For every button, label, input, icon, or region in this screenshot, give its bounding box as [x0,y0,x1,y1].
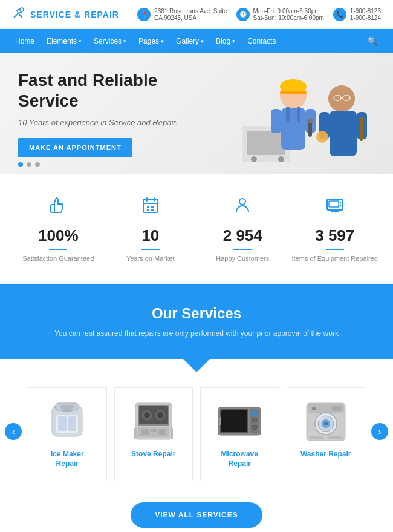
svg-rect-56 [150,429,157,432]
svg-rect-29 [151,206,154,208]
svg-point-38 [339,205,341,207]
hero-content: Fast and Reliable Service 10 Years of ex… [18,70,212,157]
phone-line1: 1-900-8123 [350,8,381,15]
svg-rect-36 [329,201,339,207]
svg-point-65 [252,418,257,422]
search-icon[interactable]: 🔍 [362,29,384,53]
svg-point-70 [312,407,316,410]
svg-point-50 [144,412,150,418]
svg-rect-13 [286,107,290,122]
appointment-button[interactable]: MAKE AN APPOINTMENT [18,138,132,157]
chevron-down-icon: ▾ [232,38,235,44]
hero-dots [18,162,40,167]
header-contacts: 📍 2381 Rosecrans Ave. Suite CA 90245, US… [137,8,381,21]
chevron-down-icon: ▾ [123,38,126,44]
hero-subtitle: 10 Years of experience in Service and Re… [18,118,212,127]
stat-label-customers: Happy Customers [197,255,289,262]
hero-dot-3[interactable] [35,162,40,167]
hero-dot-2[interactable] [27,162,31,167]
svg-rect-24 [143,199,158,212]
hero-image [206,53,393,174]
address-line2: CA 90245, USA [154,15,227,21]
chevron-down-icon: ▾ [201,38,204,44]
stat-number-equipment: 3 597 [289,226,382,245]
stat-satisfaction: 100% Satisfaction Guaranteed [12,195,105,262]
logo-text: SERVICE & REPAIR [30,10,119,19]
stat-number-customers: 2 954 [197,226,289,245]
calendar-icon [105,195,197,219]
svg-rect-16 [330,111,357,156]
services-arrow-divider [0,359,393,372]
svg-rect-22 [360,117,363,141]
hours-weekend: Sat-Sun: 10:00am-6:00pm [253,15,324,21]
chevron-down-icon: ▾ [79,38,82,44]
nav-item-blog[interactable]: Blog ▾ [210,30,241,53]
svg-rect-55 [158,429,166,435]
nav-item-gallery[interactable]: Gallery ▾ [170,30,210,53]
svg-point-4 [278,156,284,162]
svg-rect-6 [281,108,305,150]
services-title: Our Services [12,305,381,322]
service-card-washer[interactable]: Washer Repair [287,387,366,481]
svg-rect-72 [332,406,342,411]
svg-point-23 [316,131,328,143]
svg-rect-78 [309,436,323,439]
nav-item-contacts[interactable]: Contacts [241,30,282,53]
service-cards-section: ‹ Ice MakerRepair [0,372,393,490]
location-icon: 📍 [137,8,151,21]
person-icon [197,195,289,219]
service-card-stove[interactable]: Stove Repair [114,387,193,481]
nav-item-pages[interactable]: Pages ▾ [132,30,170,53]
washer-name: Washer Repair [293,450,359,459]
svg-point-66 [252,425,257,430]
svg-rect-54 [141,429,149,435]
contact-hours: 🕐 Mon-Fri: 9:00am-6:30pm Sat-Sun: 10:00a… [236,8,324,21]
main-nav: Home Elements ▾ Services ▾ Pages ▾ Galle… [0,29,393,53]
logo-icon [12,6,25,22]
stat-years: 10 Years on Market [105,195,197,262]
hero-dot-1[interactable] [18,162,23,167]
contact-address: 📍 2381 Rosecrans Ave. Suite CA 90245, US… [137,8,227,21]
stat-divider-equipment [326,249,344,250]
stat-divider-years [141,249,160,250]
svg-rect-64 [252,411,258,416]
stat-label-equipment: Items of Equipment Repaired [289,255,382,262]
nav-item-elements[interactable]: Elements ▾ [41,30,88,53]
service-cards-container: Ice MakerRepair [0,387,393,481]
svg-rect-58 [171,427,173,439]
svg-rect-2 [247,131,285,155]
thumbs-up-icon [12,195,105,219]
chevron-down-icon: ▾ [161,38,164,44]
ice-maker-image [43,400,91,442]
stat-label-years: Years on Market [105,255,197,262]
carousel-prev-button[interactable]: ‹ [5,423,22,440]
svg-rect-9 [271,109,281,133]
stats-section: 100% Satisfaction Guaranteed 10 Years on… [0,174,393,284]
arrow-down-icon [183,359,210,372]
svg-rect-30 [147,209,149,211]
washer-image [302,400,350,442]
svg-point-15 [328,85,355,112]
stat-divider-satisfaction [49,249,67,250]
hours-weekday: Mon-Fri: 9:00am-6:30pm [253,8,324,15]
nav-item-services[interactable]: Services ▾ [88,30,132,53]
svg-point-76 [324,422,328,425]
carousel-next-button[interactable]: › [371,423,388,440]
svg-point-32 [239,199,245,205]
service-card-ice-maker[interactable]: Ice MakerRepair [28,387,107,481]
microwave-name: MicrowaveRepair [207,450,273,468]
header: SERVICE & REPAIR 📍 2381 Rosecrans Ave. S… [0,0,393,29]
stat-number-satisfaction: 100% [12,226,105,245]
svg-rect-14 [297,107,300,122]
service-card-microwave[interactable]: MicrowaveRepair [200,387,279,481]
ice-maker-name: Ice MakerRepair [34,450,100,468]
hero-title: Fast and Reliable Service [18,70,212,111]
view-all-services-button[interactable]: VIEW ALL SERVICES [131,502,262,528]
svg-rect-31 [151,209,154,211]
svg-rect-57 [134,427,137,439]
svg-point-3 [251,156,257,162]
svg-rect-43 [58,416,67,431]
svg-rect-44 [68,416,76,431]
logo[interactable]: SERVICE & REPAIR [12,6,119,22]
nav-item-home[interactable]: Home [9,30,41,53]
